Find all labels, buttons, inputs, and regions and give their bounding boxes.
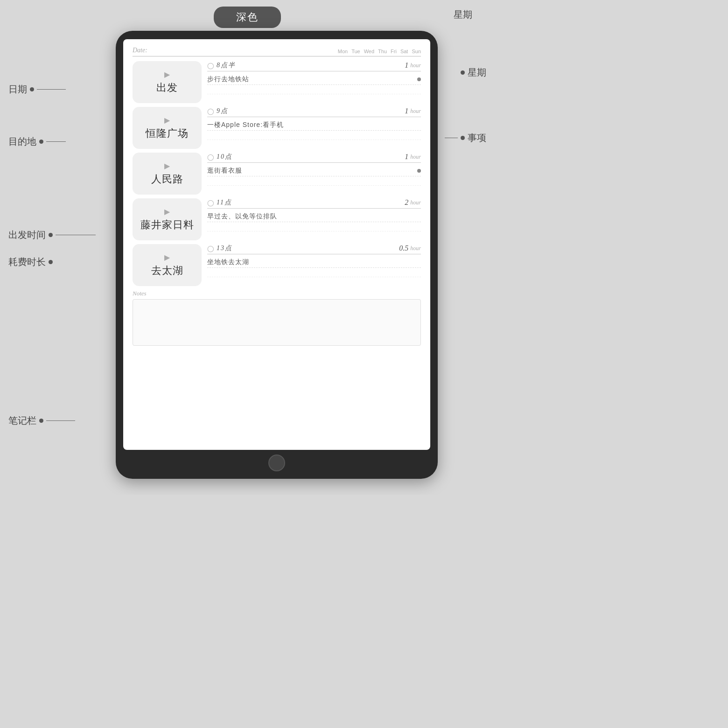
hour-word-1: hour bbox=[410, 108, 421, 115]
detail-col-0: ◯ 8点半 1 hour 步行去地铁站 bbox=[207, 61, 421, 94]
home-button[interactable] bbox=[268, 455, 285, 471]
destination-name-2: 人民路 bbox=[151, 172, 183, 186]
destination-box-0: ▶ 出发 bbox=[133, 61, 202, 103]
time-row-3: ◯ 11点 2 hour bbox=[207, 198, 421, 209]
hour-num-0: 1 bbox=[405, 61, 408, 70]
activity-row-0: 步行去地铁站 bbox=[207, 73, 421, 85]
time-row-4: ◯ 13点 0.5 hour bbox=[207, 244, 421, 254]
time-text-3: 11点 bbox=[217, 198, 232, 207]
line-date bbox=[37, 89, 66, 90]
destination-name-0: 出发 bbox=[156, 81, 178, 95]
time-row-2: ◯ 10点 1 hour bbox=[207, 153, 421, 163]
clock-icon-4: ◯ bbox=[207, 245, 214, 252]
line-dest bbox=[46, 141, 66, 142]
annotation-weekday-right: 星期 bbox=[458, 66, 486, 79]
weekday-sun: Sun bbox=[412, 49, 421, 54]
hour-word-3: hour bbox=[410, 199, 421, 206]
detail-col-3: ◯ 11点 2 hour 早过去、以免等位排队 bbox=[207, 198, 421, 231]
time-text-1: 9点 bbox=[217, 107, 228, 115]
activity-text-4: 坐地铁去太湖 bbox=[207, 258, 249, 266]
hour-num-2: 1 bbox=[405, 153, 408, 161]
activity-text-1: 一楼Apple Store:看手机 bbox=[207, 121, 284, 129]
activity-row-2: 逛街看衣服 bbox=[207, 165, 421, 176]
nav-icon-3: ▶ bbox=[164, 207, 170, 216]
schedule-item-0: ▶ 出发 ◯ 8点半 1 hour 步行去地铁站 bbox=[133, 61, 421, 103]
weekday-label: 星期 bbox=[454, 8, 472, 21]
clock-icon-0: ◯ bbox=[207, 62, 214, 69]
hour-col-1: 1 hour bbox=[405, 107, 421, 115]
nav-icon-2: ▶ bbox=[164, 161, 170, 170]
destination-name-1: 恒隆广场 bbox=[146, 126, 189, 140]
destination-box-2: ▶ 人民路 bbox=[133, 153, 202, 195]
extra-line-0 bbox=[207, 86, 421, 94]
clock-icon-3: ◯ bbox=[207, 199, 214, 206]
annotation-date: 日期 bbox=[8, 83, 66, 96]
date-row: Date: Mon Tue Wed Thu Fri Sat Sun bbox=[133, 47, 421, 56]
hour-num-1: 1 bbox=[405, 107, 408, 115]
weekday-wed: Wed bbox=[364, 49, 374, 54]
date-field[interactable]: Date: bbox=[133, 47, 147, 54]
weekdays-row: Mon Tue Wed Thu Fri Sat Sun bbox=[338, 49, 421, 54]
detail-col-2: ◯ 10点 1 hour 逛街看衣服 bbox=[207, 153, 421, 186]
nav-icon-0: ▶ bbox=[164, 70, 170, 79]
activity-dot-2 bbox=[417, 169, 421, 173]
extra-line-1 bbox=[207, 132, 421, 140]
dot-dest bbox=[39, 140, 43, 144]
extra-line-3 bbox=[207, 223, 421, 231]
dot-date bbox=[30, 87, 34, 91]
annotation-item: 事项 bbox=[445, 132, 486, 144]
dot-notes bbox=[39, 419, 43, 423]
destination-name-4: 去太湖 bbox=[151, 264, 183, 278]
annotation-destination: 目的地 bbox=[8, 135, 66, 148]
activity-row-4: 坐地铁去太湖 bbox=[207, 256, 421, 268]
extra-line-4 bbox=[207, 269, 421, 277]
time-text-0: 8点半 bbox=[217, 61, 236, 70]
schedule-item-3: ▶ 藤井家日料 ◯ 11点 2 hour 早过去、以免等位排队 bbox=[133, 198, 421, 240]
screen-content: Date: Mon Tue Wed Thu Fri Sat Sun ▶ 出发 bbox=[123, 39, 430, 450]
activity-row-1: 一楼Apple Store:看手机 bbox=[207, 119, 421, 131]
time-row-0: ◯ 8点半 1 hour bbox=[207, 61, 421, 71]
weekday-sat: Sat bbox=[400, 49, 408, 54]
activity-text-0: 步行去地铁站 bbox=[207, 75, 249, 84]
destination-name-3: 藤井家日料 bbox=[140, 218, 194, 232]
time-left-1: ◯ 9点 bbox=[207, 107, 228, 115]
hour-word-4: hour bbox=[410, 245, 421, 252]
tablet-screen: Date: Mon Tue Wed Thu Fri Sat Sun ▶ 出发 bbox=[123, 39, 430, 450]
hour-num-4: 0.5 bbox=[399, 244, 408, 252]
hour-col-0: 1 hour bbox=[405, 61, 421, 70]
destination-box-4: ▶ 去太湖 bbox=[133, 244, 202, 286]
activity-dot-0 bbox=[417, 77, 421, 81]
hour-word-0: hour bbox=[410, 62, 421, 69]
schedule-item-4: ▶ 去太湖 ◯ 13点 0.5 hour 坐地铁去太湖 bbox=[133, 244, 421, 286]
clock-icon-2: ◯ bbox=[207, 154, 214, 161]
dot-time bbox=[49, 233, 53, 237]
time-row-1: ◯ 9点 1 hour bbox=[207, 107, 421, 117]
destination-box-3: ▶ 藤井家日料 bbox=[133, 198, 202, 240]
notes-box[interactable] bbox=[133, 299, 421, 346]
nav-icon-4: ▶ bbox=[164, 253, 170, 262]
activity-text-3: 早过去、以免等位排队 bbox=[207, 212, 277, 221]
destination-box-1: ▶ 恒隆广场 bbox=[133, 107, 202, 149]
weekday-thu: Thu bbox=[378, 49, 387, 54]
line-time bbox=[56, 235, 96, 236]
nav-icon-1: ▶ bbox=[164, 116, 170, 125]
time-text-4: 13点 bbox=[217, 244, 232, 252]
notes-section: Notes bbox=[133, 290, 421, 350]
annotation-depart-time: 出发时间 bbox=[8, 229, 96, 241]
time-left-0: ◯ 8点半 bbox=[207, 61, 236, 70]
weekday-mon: Mon bbox=[338, 49, 348, 54]
hour-word-2: hour bbox=[410, 154, 421, 161]
hour-col-4: 0.5 hour bbox=[399, 244, 421, 252]
hour-num-3: 2 bbox=[405, 198, 408, 207]
annotation-duration: 耗费时长 bbox=[8, 256, 56, 268]
mode-badge: 深色 bbox=[214, 7, 281, 28]
schedule-item-1: ▶ 恒隆广场 ◯ 9点 1 hour 一楼Apple Store:看手机 bbox=[133, 107, 421, 149]
time-left-4: ◯ 13点 bbox=[207, 244, 232, 252]
clock-icon-1: ◯ bbox=[207, 108, 214, 115]
hour-col-2: 1 hour bbox=[405, 153, 421, 161]
detail-col-4: ◯ 13点 0.5 hour 坐地铁去太湖 bbox=[207, 244, 421, 277]
activity-row-3: 早过去、以免等位排队 bbox=[207, 210, 421, 222]
time-text-2: 10点 bbox=[217, 153, 232, 161]
schedule-container: ▶ 出发 ◯ 8点半 1 hour 步行去地铁站 bbox=[133, 61, 421, 286]
time-left-3: ◯ 11点 bbox=[207, 198, 232, 207]
